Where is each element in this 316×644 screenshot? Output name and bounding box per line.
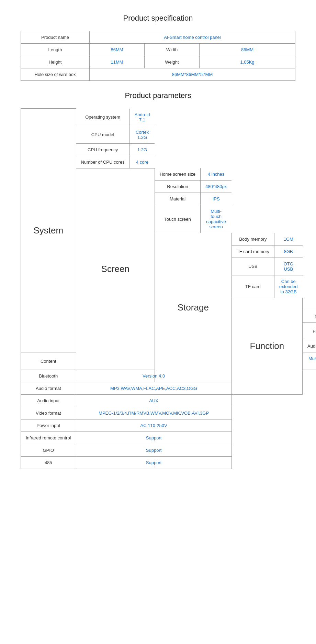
- table-row: TF card Can be extended to 32GB: [232, 275, 303, 298]
- label-cell: Bluetooth: [21, 370, 76, 382]
- table-row: Frequency response 20Hz-20KHz: [303, 323, 316, 340]
- value-cell: 86MM: [90, 44, 145, 56]
- category-row-system: System Operating system Android 7.1 CPU …: [21, 109, 316, 168]
- table-row: Number of CPU cores 4 core: [76, 156, 155, 168]
- label-cell: Length: [21, 44, 90, 56]
- label-cell: Content: [21, 352, 76, 370]
- value-cell: AUX: [76, 395, 232, 407]
- category-function: Function: [232, 298, 302, 395]
- table-row: CPU frequency 1.2G: [76, 143, 155, 156]
- table-row: Resolution 480*480px: [155, 181, 232, 193]
- value-cell: 86MM: [200, 44, 295, 56]
- table-row: Body memory 1GM: [232, 233, 303, 245]
- table-row: USB OTG USB: [232, 258, 303, 275]
- table-row: Product name AI-Smart home control panel: [21, 31, 295, 44]
- table-row: Material IPS: [155, 193, 232, 205]
- label-cell: Video format: [21, 407, 76, 419]
- table-row: Video format MPEG-1/2/3/4,RM/RMVB,WMV,MO…: [21, 407, 316, 419]
- value-cell: Support: [76, 457, 232, 469]
- table-row: Height 11MM Weight 1.05Kg: [21, 56, 295, 68]
- table-row: TF card memory 8GB: [232, 245, 303, 258]
- value-cell: 11MM: [90, 56, 145, 68]
- table-row: Hole size of wire box 86MM*86MM*57MM: [21, 68, 295, 81]
- value-cell: Support: [76, 432, 232, 444]
- label-cell: 485: [21, 457, 76, 469]
- table-row: GPIO Support: [21, 444, 316, 457]
- table-row: Home screen size 4 inches: [155, 168, 232, 181]
- page-title-1: Product specification: [21, 14, 295, 23]
- label-cell: Width: [145, 44, 200, 56]
- table-row: Touch screen Multi-touch capacitive scre…: [155, 205, 232, 233]
- value-cell: Music, story, crosstalk, sketch, audio b…: [303, 352, 316, 370]
- value-cell: 86MM*86MM*57MM: [90, 68, 295, 81]
- label-cell: Power input: [21, 419, 76, 432]
- table-row: CPU model Cortex 1.2G: [76, 126, 155, 143]
- value-cell: MPEG-1/2/3/4,RM/RMVB,WMV,MOV,MK,VOB,AVI,…: [76, 407, 232, 419]
- label-cell: Audio input: [21, 395, 76, 407]
- label-cell: Product name: [21, 31, 90, 44]
- table-row: Operating system Android 7.1: [76, 109, 155, 126]
- params-table: System Operating system Android 7.1 CPU …: [21, 108, 316, 469]
- value-cell: 1.05Kg: [200, 56, 295, 68]
- value-cell: AC 110-250V: [76, 419, 232, 432]
- value-cell: Version 4.0: [76, 370, 232, 382]
- label-cell: Audio format: [21, 382, 76, 395]
- label-cell: Hole size of wire box: [21, 68, 90, 81]
- value-cell: MP3,WAV,WMA,FLAC,APE,ACC,AC3,OGG: [76, 382, 232, 395]
- table-row: Output power 2*20W: [303, 298, 316, 310]
- value-cell: Support: [76, 444, 232, 457]
- category-storage: Storage: [155, 233, 232, 382]
- label-cell: Height: [21, 56, 90, 68]
- table-row: Audio signal to noise ratio 98db: [303, 340, 316, 352]
- label-cell: GPIO: [21, 444, 76, 457]
- table-row: Output impedance 4-8Ω: [303, 310, 316, 323]
- table-row: Power input AC 110-250V: [21, 419, 316, 432]
- table-row: 485 Support: [21, 457, 316, 469]
- table-row: Audio input AUX: [21, 395, 316, 407]
- label-cell: Infrared remote control: [21, 432, 76, 444]
- table-row: Infrared remote control Support: [21, 432, 316, 444]
- table-row: Length 86MM Width 86MM: [21, 44, 295, 56]
- category-system: System: [21, 109, 76, 352]
- label-cell: Weight: [145, 56, 200, 68]
- category-screen: Screen: [76, 168, 155, 370]
- page-title-2: Product parameters: [21, 91, 295, 100]
- spec-table: Product name AI-Smart home control panel…: [21, 31, 295, 81]
- value-cell: AI-Smart home control panel: [90, 31, 295, 44]
